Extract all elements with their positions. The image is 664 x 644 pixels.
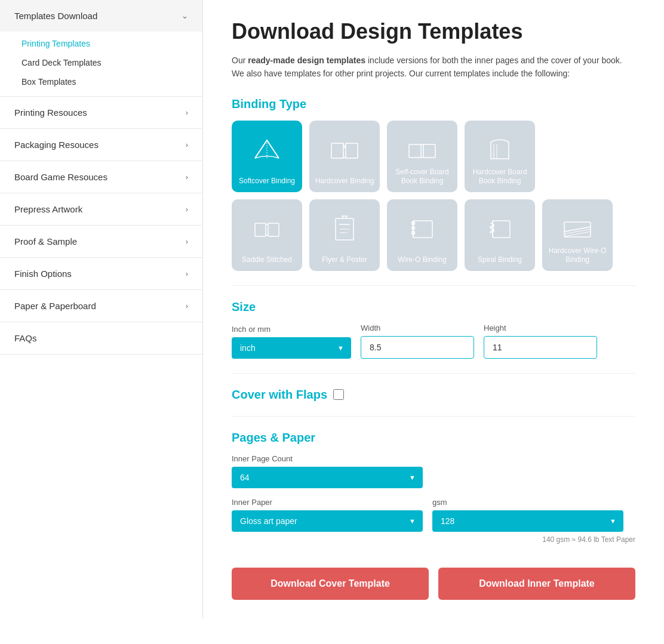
gsm-wrapper[interactable]: 128 157 200 250 — [432, 510, 623, 532]
flyer-poster-icon — [327, 210, 362, 246]
binding-type-section: Binding Type Softcover Binding — [232, 97, 635, 271]
height-input[interactable] — [484, 336, 597, 359]
sidebar-item-label: Paper & Paperboard — [14, 301, 96, 311]
divider-1 — [232, 285, 635, 286]
chevron-right-icon: › — [186, 205, 188, 214]
inner-paper-label: Inner Paper — [232, 498, 423, 507]
svg-rect-6 — [255, 223, 266, 236]
unit-select[interactable]: inch mm — [232, 337, 351, 359]
wire-o-icon — [404, 210, 440, 246]
chevron-down-icon: ⌄ — [182, 11, 188, 20]
binding-hardcover-wire-o-label: Hardcover Wire-O Binding — [542, 246, 613, 265]
width-input[interactable] — [361, 336, 474, 359]
sidebar-item-box-templates[interactable]: Box Templates — [0, 72, 202, 91]
self-cover-board-icon — [404, 131, 440, 167]
sidebar-section-printing-resouces: Printing Resouces › — [0, 97, 202, 129]
inner-page-count-select[interactable]: 64 128 256 — [232, 467, 423, 488]
cover-flaps-label: Cover with Flaps — [232, 388, 327, 402]
binding-flyer-poster[interactable]: Flyer & Poster — [309, 199, 380, 271]
sidebar-item-templates-download[interactable]: Templates Download ⌄ — [0, 0, 202, 32]
sidebar-section-finish-options: Finish Options › — [0, 258, 202, 290]
cover-flaps-title: Cover with Flaps — [232, 388, 635, 402]
svg-rect-0 — [331, 143, 343, 158]
download-cover-button[interactable]: Download Cover Template — [232, 568, 429, 600]
chevron-right-icon: › — [186, 237, 188, 246]
binding-softcover[interactable]: Softcover Binding — [232, 121, 302, 192]
svg-rect-1 — [346, 143, 358, 158]
unit-select-wrapper[interactable]: inch mm — [232, 337, 351, 359]
divider-2 — [232, 373, 635, 374]
sidebar-item-prepress[interactable]: Prepress Artwork › — [0, 193, 202, 225]
gsm-select[interactable]: 128 157 200 250 — [432, 510, 623, 532]
sidebar-item-finish-options[interactable]: Finish Options › — [0, 258, 202, 289]
binding-saddle-label: Saddle Stitched — [238, 255, 296, 265]
binding-row-2: Saddle Stitched Flyer & Poster — [232, 199, 635, 271]
main-content: Download Design Templates Our ready-made… — [203, 0, 664, 619]
sidebar-sub-items-templates: Printing Templates Card Deck Templates B… — [0, 32, 202, 96]
sidebar-item-faqs[interactable]: FAQs — [0, 322, 202, 354]
width-label: Width — [361, 323, 474, 332]
inner-paper-select[interactable]: Gloss art paper Matte art paper Uncoated… — [232, 510, 423, 532]
intro-bold: ready-made design templates — [248, 56, 365, 65]
binding-saddle-stitched[interactable]: Saddle Stitched — [232, 199, 302, 271]
sidebar-section-packaging-resouces: Packaging Resouces › — [0, 129, 202, 161]
inner-page-count-label: Inner Page Count — [232, 454, 635, 463]
cover-flaps-checkbox[interactable] — [333, 389, 344, 400]
binding-hardcover-wire-o[interactable]: Hardcover Wire-O Binding — [542, 199, 613, 271]
binding-spiral[interactable]: Spiral Binding — [465, 199, 535, 271]
inner-paper-wrapper[interactable]: Gloss art paper Matte art paper Uncoated… — [232, 510, 423, 532]
inner-page-count-wrapper[interactable]: 64 128 256 — [232, 467, 423, 488]
chevron-right-icon: › — [186, 301, 188, 310]
size-title: Size — [232, 300, 635, 314]
binding-spiral-label: Spiral Binding — [474, 255, 525, 265]
svg-rect-12 — [413, 221, 432, 238]
saddle-stitched-icon — [249, 210, 285, 246]
size-row: Inch or mm inch mm Width Height — [232, 323, 635, 359]
binding-wire-o-label: Wire-O Binding — [394, 255, 450, 265]
paper-note: 140 gsm ≈ 94.6 lb Text Paper — [232, 535, 635, 544]
binding-hardcover[interactable]: Hardcover Binding — [309, 121, 380, 192]
spiral-icon — [482, 210, 518, 246]
download-inner-button[interactable]: Download Inner Template — [438, 568, 635, 600]
pages-row: Inner Page Count 64 128 256 — [232, 454, 635, 488]
cover-flaps-section: Cover with Flaps — [232, 388, 635, 402]
chevron-right-icon: › — [186, 108, 188, 117]
svg-rect-17 — [493, 221, 510, 238]
sidebar-item-printing-templates[interactable]: Printing Templates — [0, 34, 202, 53]
sidebar-item-paper[interactable]: Paper & Paperboard › — [0, 290, 202, 322]
svg-rect-2 — [409, 144, 421, 158]
sidebar-item-printing-resouces[interactable]: Printing Resouces › — [0, 97, 202, 128]
binding-wire-o[interactable]: Wire-O Binding — [387, 199, 457, 271]
binding-self-cover-board[interactable]: Self-cover Board Book Binding — [387, 121, 457, 192]
binding-flyer-label: Flyer & Poster — [318, 255, 371, 265]
chevron-right-icon: › — [186, 140, 188, 149]
binding-softcover-label: Softcover Binding — [235, 177, 299, 186]
divider-3 — [232, 416, 635, 417]
sidebar-item-label: Packaging Resouces — [14, 140, 99, 150]
sidebar-section-proof-sample: Proof & Sample › — [0, 226, 202, 258]
hardcover-wire-o-icon — [560, 210, 595, 246]
hardcover-board-icon — [482, 131, 518, 167]
binding-hardcover-board[interactable]: Hardcover Board Book Binding — [465, 121, 535, 192]
sidebar-item-card-deck-templates[interactable]: Card Deck Templates — [0, 53, 202, 72]
hardcover-icon — [327, 131, 362, 167]
sidebar-item-label: Printing Resouces — [14, 107, 87, 118]
sidebar-item-label: Board Game Resouces — [14, 172, 107, 182]
binding-hardcover-board-label: Hardcover Board Book Binding — [465, 168, 535, 186]
height-group: Height — [484, 323, 597, 359]
sidebar-item-proof-sample[interactable]: Proof & Sample › — [0, 226, 202, 257]
binding-type-title: Binding Type — [232, 97, 635, 111]
intro-text: Our ready-made design templates include … — [232, 54, 635, 81]
sidebar-section-paper: Paper & Paperboard › — [0, 290, 202, 322]
chevron-right-icon: › — [186, 269, 188, 278]
binding-hardcover-label: Hardcover Binding — [312, 177, 378, 186]
softcover-icon — [249, 131, 285, 167]
svg-rect-3 — [423, 144, 435, 158]
sidebar-item-label: FAQs — [14, 333, 37, 343]
sidebar-item-board-game[interactable]: Board Game Resouces › — [0, 161, 202, 193]
pages-paper-title: Pages & Paper — [232, 431, 635, 445]
height-label: Height — [484, 323, 597, 332]
gsm-label: gsm — [432, 498, 623, 507]
sidebar-item-packaging-resouces[interactable]: Packaging Resouces › — [0, 129, 202, 161]
sidebar-item-label: Proof & Sample — [14, 236, 77, 246]
